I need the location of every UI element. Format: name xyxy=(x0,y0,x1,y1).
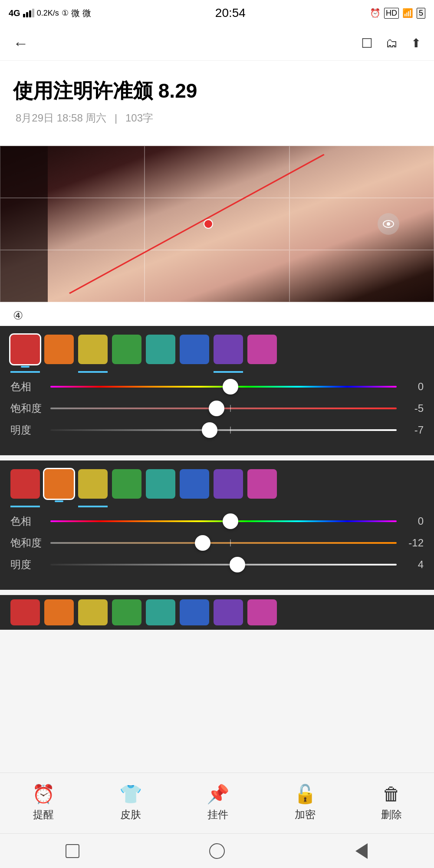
color-swatch-7[interactable] xyxy=(247,335,277,364)
article-meta: 8月29日 18:58 周六 | 103字 xyxy=(13,111,421,125)
curve-control-point[interactable] xyxy=(204,219,213,229)
toolbar-label-4: 删除 xyxy=(381,808,402,822)
article-content: 使用注明许准颁 8.29 8月29日 18:58 周六 | 103字 xyxy=(0,61,434,146)
back-nav-button[interactable] xyxy=(351,840,372,862)
slider-row-2: 明度-7 xyxy=(10,423,424,437)
slider-thumb-2[interactable] xyxy=(230,557,245,572)
recents-button[interactable] xyxy=(206,840,228,862)
slider-tick-2 xyxy=(230,561,231,568)
swatch-indicator-5 xyxy=(180,506,209,507)
swatch-indicator-4 xyxy=(146,506,175,507)
svg-line-0 xyxy=(69,155,324,293)
color-swatch-1[interactable] xyxy=(44,335,74,364)
slider-label-0: 色相 xyxy=(10,380,45,394)
toolbar-item-0[interactable]: ⏰提醒 xyxy=(32,785,55,822)
top-nav: ← ☐ 🗂 ⬆ xyxy=(0,26,434,61)
swatch-indicator-7 xyxy=(247,506,277,507)
alarm-icon: ⏰ xyxy=(370,8,381,18)
slider-thumb-1[interactable] xyxy=(209,401,224,416)
color-swatch-5[interactable] xyxy=(180,335,209,364)
color-swatch-5[interactable] xyxy=(180,469,209,499)
toolbar-label-1: 皮肤 xyxy=(120,808,141,822)
back-button[interactable]: ← xyxy=(13,34,29,53)
slider-thumb-0[interactable] xyxy=(223,379,238,395)
time-display: 20:54 xyxy=(215,6,246,20)
folder-button[interactable]: 🗂 xyxy=(386,36,398,50)
wifi-icon: 📶 xyxy=(402,8,413,18)
toolbar-item-3[interactable]: 🔓加密 xyxy=(294,785,316,822)
color-swatch-6[interactable] xyxy=(214,335,243,364)
color-swatches-1 xyxy=(10,335,424,364)
slider-value-0: 0 xyxy=(402,515,424,527)
home-button[interactable] xyxy=(62,840,83,862)
eye-icon[interactable] xyxy=(378,213,399,235)
slider-row-0: 色相0 xyxy=(10,380,424,394)
slider-label-2: 明度 xyxy=(10,423,45,437)
swatch-indicator-5 xyxy=(180,371,209,373)
color-swatch-3[interactable] xyxy=(112,469,141,499)
bookmark-button[interactable]: ☐ xyxy=(361,36,373,51)
swatch-indicator-3 xyxy=(112,371,141,373)
color-panel-3-partial xyxy=(0,595,434,630)
color-swatch-4[interactable] xyxy=(146,469,175,499)
slider-track-0[interactable] xyxy=(50,520,397,522)
battery-label: 5 xyxy=(417,8,425,19)
slider-label-0: 色相 xyxy=(10,514,45,528)
sliders-container-1: 色相0饱和度-5明度-7 xyxy=(10,380,424,437)
slider-row-1: 饱和度-12 xyxy=(10,536,424,550)
slider-track-1[interactable] xyxy=(50,542,397,544)
swatch-indicator-1 xyxy=(44,506,74,507)
color-swatch-3[interactable] xyxy=(112,335,141,364)
color-swatch-p3-1[interactable] xyxy=(44,599,74,625)
slider-thumb-0[interactable] xyxy=(223,513,238,529)
slider-value-2: -7 xyxy=(402,424,424,436)
color-swatch-p3-2[interactable] xyxy=(78,599,108,625)
color-swatch-2[interactable] xyxy=(78,469,108,499)
tone-curve-line[interactable] xyxy=(0,146,434,302)
status-left: 4G 0.2K/s ① 微 微 xyxy=(9,7,91,19)
color-swatch-p3-3[interactable] xyxy=(112,599,141,625)
color-swatch-0[interactable] xyxy=(10,335,40,364)
speed-label: 0.2K/s xyxy=(37,9,59,18)
color-swatch-4[interactable] xyxy=(146,335,175,364)
slider-track-2[interactable] xyxy=(50,429,397,431)
slider-row-2: 明度4 xyxy=(10,558,424,572)
slider-track-0[interactable] xyxy=(50,386,397,388)
toolbar-icon-4: 🗑 xyxy=(382,785,401,803)
slider-track-2[interactable] xyxy=(50,564,397,566)
toolbar-icon-2: 📌 xyxy=(207,785,229,803)
swatch-indicator-2 xyxy=(78,371,108,373)
color-swatch-0[interactable] xyxy=(10,469,40,499)
article-title: 使用注明许准颁 8.29 xyxy=(13,78,421,104)
toolbar-label-2: 挂件 xyxy=(207,808,228,822)
swatch-indicator-3 xyxy=(112,506,141,507)
slider-thumb-1[interactable] xyxy=(195,535,210,551)
toolbar-item-4[interactable]: 🗑删除 xyxy=(381,785,402,822)
share-button[interactable]: ⬆ xyxy=(411,36,421,50)
toolbar-item-1[interactable]: 👕皮肤 xyxy=(119,785,142,822)
swatch-indicator-7 xyxy=(247,371,277,373)
slider-row-1: 饱和度-5 xyxy=(10,401,424,415)
color-swatch-1[interactable] xyxy=(44,469,74,499)
slider-thumb-2[interactable] xyxy=(202,422,217,438)
toolbar-item-2[interactable]: 📌挂件 xyxy=(207,785,229,822)
color-swatch-p3-0[interactable] xyxy=(10,599,40,625)
slider-label-1: 饱和度 xyxy=(10,401,45,415)
slider-track-1[interactable] xyxy=(50,408,397,409)
slider-value-1: -12 xyxy=(402,537,424,549)
color-swatch-p3-4[interactable] xyxy=(146,599,175,625)
color-swatch-p3-7[interactable] xyxy=(247,599,277,625)
status-bar: 4G 0.2K/s ① 微 微 20:54 ⏰ HD 📶 5 xyxy=(0,0,434,26)
wechat-icon: 微 xyxy=(82,7,91,19)
swatch-indicator-1 xyxy=(44,371,74,373)
color-swatch-6[interactable] xyxy=(214,469,243,499)
svg-point-2 xyxy=(387,222,390,226)
color-swatch-p3-6[interactable] xyxy=(214,599,243,625)
color-swatch-7[interactable] xyxy=(247,469,277,499)
color-swatch-p3-5[interactable] xyxy=(180,599,209,625)
network-label: 4G xyxy=(9,8,20,18)
color-swatches-2 xyxy=(10,469,424,499)
color-swatch-2[interactable] xyxy=(78,335,108,364)
toolbar-icon-3: 🔓 xyxy=(294,785,316,803)
meta-separator: | xyxy=(115,112,120,124)
